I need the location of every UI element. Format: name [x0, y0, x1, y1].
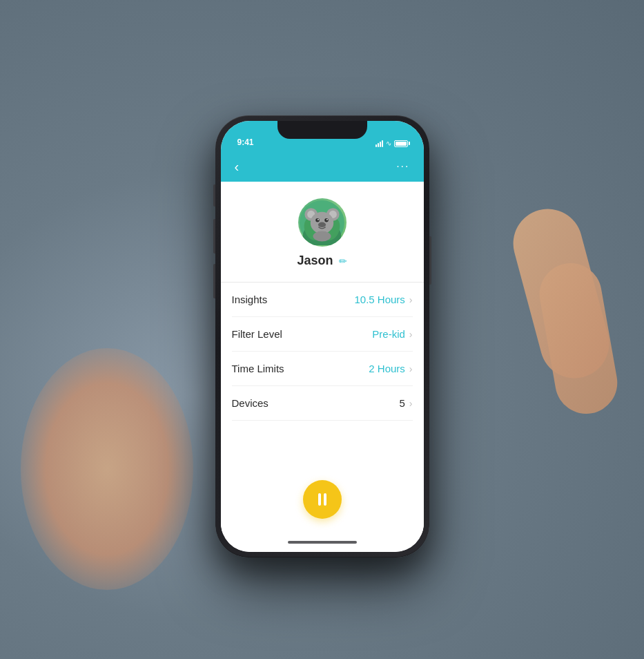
timelimits-chevron: › — [409, 363, 413, 374]
koala-icon — [300, 200, 344, 245]
mute-button — [213, 184, 215, 207]
devices-value: 5 — [399, 397, 404, 409]
notch — [277, 121, 367, 139]
settings-row-insights[interactable]: Insights 10.5 Hours › — [232, 283, 413, 317]
pause-area — [221, 459, 424, 533]
profile-name: Jason — [297, 254, 333, 268]
pause-bar-left — [318, 493, 321, 506]
signal-icon — [375, 140, 383, 147]
status-icons: ∿ — [375, 140, 410, 147]
settings-row-timelimits[interactable]: Time Limits 2 Hours › — [232, 352, 413, 386]
insights-chevron: › — [409, 294, 413, 305]
svg-point-13 — [318, 222, 326, 227]
phone-wrapper: 9:41 ∿ ‹ ··· — [215, 115, 429, 557]
devices-label: Devices — [232, 397, 269, 409]
insights-label: Insights — [232, 294, 268, 305]
app-header: ‹ ··· — [221, 151, 424, 182]
settings-list: Insights 10.5 Hours › Filter Level Pre-k… — [221, 283, 424, 459]
status-time: 9:41 — [235, 137, 254, 147]
filter-chevron: › — [409, 329, 413, 340]
devices-chevron: › — [409, 398, 413, 409]
settings-row-devices[interactable]: Devices 5 › — [232, 386, 413, 421]
settings-row-filter[interactable]: Filter Level Pre-kid › — [232, 317, 413, 352]
back-button[interactable]: ‹ — [232, 156, 242, 178]
svg-point-10 — [324, 218, 329, 222]
svg-point-12 — [326, 218, 328, 220]
edit-icon[interactable]: ✏ — [339, 256, 347, 267]
timelimits-label: Time Limits — [232, 363, 284, 374]
insights-value: 10.5 Hours — [354, 294, 404, 305]
hand-palm — [21, 348, 193, 590]
pause-icon — [318, 493, 326, 506]
timelimits-right: 2 Hours › — [369, 363, 412, 374]
more-button[interactable]: ··· — [393, 157, 412, 175]
power-button — [429, 236, 431, 285]
volume-up-button — [213, 219, 215, 254]
profile-name-row: Jason ✏ — [297, 254, 347, 268]
profile-section: Jason ✏ — [221, 182, 424, 282]
filter-label: Filter Level — [232, 328, 282, 340]
phone-shell: 9:41 ∿ ‹ ··· — [215, 115, 429, 557]
phone-screen: 9:41 ∿ ‹ ··· — [221, 121, 424, 552]
battery-icon — [394, 140, 410, 147]
home-bar — [288, 541, 357, 544]
pause-bar-right — [324, 493, 326, 506]
avatar — [298, 198, 347, 247]
devices-right: 5 › — [399, 397, 412, 409]
home-indicator — [221, 533, 424, 552]
filter-value: Pre-kid — [372, 328, 405, 340]
svg-point-9 — [315, 218, 320, 222]
pause-button[interactable] — [303, 480, 342, 519]
timelimits-value: 2 Hours — [369, 363, 405, 374]
svg-point-11 — [318, 218, 319, 220]
filter-right: Pre-kid › — [372, 328, 412, 340]
wifi-icon: ∿ — [386, 140, 391, 147]
svg-point-14 — [313, 231, 331, 241]
insights-right: 10.5 Hours › — [354, 294, 412, 305]
volume-down-button — [213, 264, 215, 298]
